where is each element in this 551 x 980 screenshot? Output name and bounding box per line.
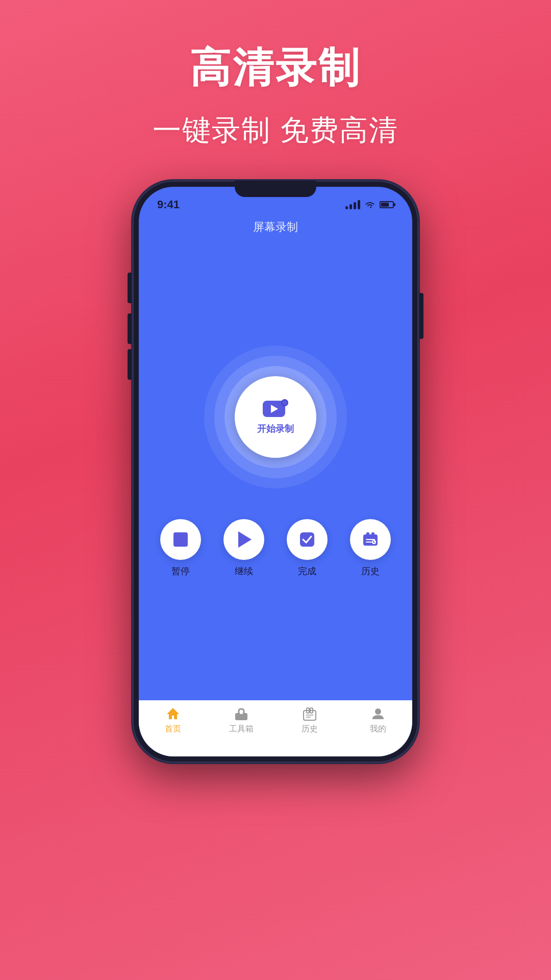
signal-bar-2 xyxy=(349,204,352,209)
pause-action[interactable]: 暂停 xyxy=(160,519,201,577)
record-ring-3: 开始录制 xyxy=(204,346,347,488)
history-tab-icon xyxy=(302,706,317,721)
pause-label: 暂停 xyxy=(171,565,190,577)
history-icon xyxy=(361,530,380,549)
status-time: 9:41 xyxy=(157,198,180,211)
history-action[interactable]: 历史 xyxy=(350,519,391,577)
notch xyxy=(235,181,316,197)
continue-label: 继续 xyxy=(235,565,253,577)
signal-bar-1 xyxy=(345,206,348,209)
tab-history-label: 历史 xyxy=(302,724,318,734)
tab-bar: 首页 工具箱 xyxy=(139,700,412,756)
camera-record-icon xyxy=(263,399,288,419)
tab-profile[interactable]: 我的 xyxy=(344,706,412,734)
record-button-container[interactable]: 开始录制 xyxy=(204,346,347,488)
play-icon xyxy=(238,531,252,548)
profile-icon-svg xyxy=(371,707,385,720)
record-ring-2: 开始录制 xyxy=(214,356,337,478)
svg-rect-3 xyxy=(371,532,374,536)
check-icon xyxy=(298,530,316,549)
phone-shell: 9:41 xyxy=(133,181,418,763)
signal-bar-4 xyxy=(358,200,360,209)
tab-toolbox[interactable]: 工具箱 xyxy=(207,706,276,734)
finish-action[interactable]: 完成 xyxy=(287,519,328,577)
finish-label: 完成 xyxy=(298,565,316,577)
camera-lens xyxy=(281,399,288,406)
svg-rect-8 xyxy=(235,713,247,720)
stop-icon xyxy=(173,532,188,547)
svg-marker-7 xyxy=(167,708,179,719)
svg-rect-9 xyxy=(240,712,243,714)
screen-content: 开始录制 暂停 xyxy=(139,243,412,700)
record-button[interactable]: 开始录制 xyxy=(235,376,316,458)
tab-home[interactable]: 首页 xyxy=(139,706,207,734)
history-action-label: 历史 xyxy=(361,565,380,577)
home-icon xyxy=(165,706,181,721)
profile-icon xyxy=(370,706,386,721)
tab-toolbox-label: 工具箱 xyxy=(229,724,254,734)
signal-bars-icon xyxy=(345,200,360,209)
toolbox-icon xyxy=(234,706,249,721)
phone-screen: 9:41 xyxy=(139,187,412,756)
signal-bar-3 xyxy=(354,202,356,209)
history-tab-icon-svg xyxy=(303,706,316,721)
finish-circle xyxy=(287,519,328,560)
history-circle xyxy=(350,519,391,560)
action-buttons-row: 暂停 继续 xyxy=(139,519,412,577)
app-title: 屏幕录制 xyxy=(139,215,412,243)
camera-play-icon xyxy=(271,405,278,413)
svg-point-15 xyxy=(375,708,381,715)
tab-history[interactable]: 历史 xyxy=(276,706,344,734)
continue-action[interactable]: 继续 xyxy=(223,519,264,577)
status-icons xyxy=(345,200,394,209)
headline-sub: 一键录制 免费高清 xyxy=(153,111,398,150)
continue-circle xyxy=(223,519,264,560)
svg-rect-2 xyxy=(366,532,369,536)
tab-profile-label: 我的 xyxy=(370,724,386,734)
tab-home-label: 首页 xyxy=(165,724,181,734)
battery-fill xyxy=(381,203,389,207)
home-icon-svg xyxy=(166,707,180,720)
wifi-icon xyxy=(364,201,375,209)
headline-main: 高清录制 xyxy=(190,41,361,96)
toolbox-icon-svg xyxy=(234,707,248,720)
battery-icon xyxy=(380,201,394,208)
phone-mockup: 9:41 xyxy=(133,181,418,763)
pause-circle xyxy=(160,519,201,560)
record-ring-1: 开始录制 xyxy=(224,366,327,468)
svg-rect-0 xyxy=(300,532,314,547)
record-button-label: 开始录制 xyxy=(257,423,294,435)
